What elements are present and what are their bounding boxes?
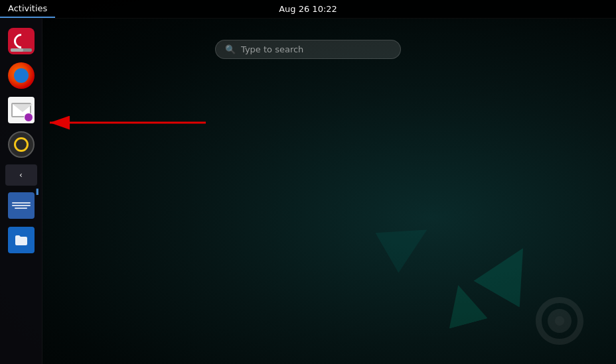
firefox-icon: [8, 62, 35, 89]
dock-collapse-button[interactable]: ‹ ▌: [5, 164, 37, 186]
writer-line-3: [15, 208, 28, 209]
deco-shape-2: [439, 280, 487, 328]
writer-line-1: [12, 202, 31, 204]
dock: ‹ ▌: [0, 19, 42, 364]
collapse-arrow-icon: ‹: [19, 170, 23, 180]
dock-item-evolution[interactable]: [5, 94, 37, 126]
dock-item-firefox[interactable]: [5, 60, 37, 91]
datetime-display: Aug 26 10:22: [279, 4, 337, 14]
search-placeholder: Type to search: [241, 44, 303, 54]
files-icon: [8, 227, 35, 253]
rhythmbox-icon: [8, 131, 35, 158]
search-icon: 🔍: [225, 44, 236, 54]
activities-button[interactable]: Activities: [0, 0, 55, 18]
search-bar: 🔍 Type to search: [215, 40, 401, 59]
debian-menu-icon: [8, 28, 35, 54]
evolution-icon: [8, 97, 35, 123]
writer-icon: [8, 192, 35, 219]
topbar: Activities Aug 26 10:22: [0, 0, 616, 19]
writer-line-2: [12, 205, 31, 206]
deco-shape-3: [375, 210, 439, 273]
debian-watermark: [530, 291, 589, 351]
svg-point-0: [555, 316, 564, 326]
dock-item-debian-menu[interactable]: [5, 25, 37, 57]
dock-item-rhythmbox[interactable]: [5, 129, 37, 160]
dock-item-writer[interactable]: [5, 190, 37, 221]
search-input-wrapper[interactable]: 🔍 Type to search: [215, 40, 401, 59]
dock-item-files[interactable]: [5, 224, 37, 256]
